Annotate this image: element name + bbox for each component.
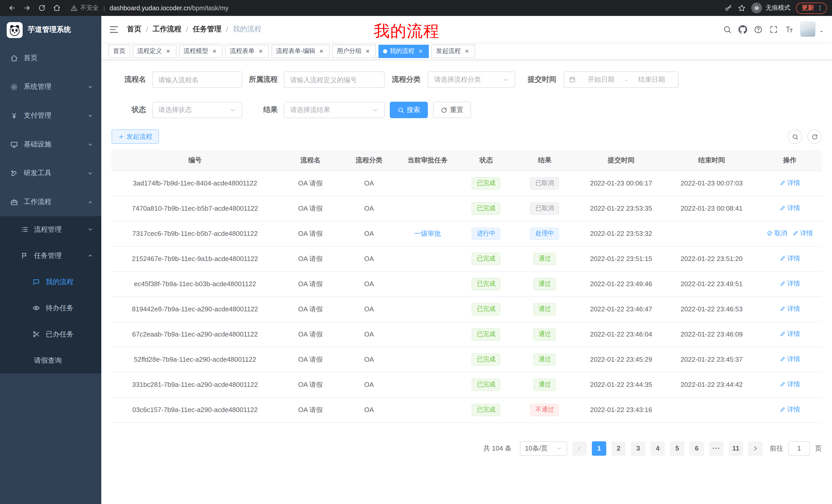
back-button[interactable] bbox=[5, 1, 19, 15]
filter-label-category: 流程分类 bbox=[391, 75, 421, 84]
github-icon[interactable] bbox=[738, 25, 747, 34]
cell-id: 819442e8-7b9a-11ec-a290-acde48001122 bbox=[111, 297, 279, 321]
cell-process-name: OA 请假 bbox=[279, 246, 342, 271]
home-button[interactable] bbox=[50, 1, 63, 15]
search-button[interactable]: 搜索 bbox=[390, 102, 428, 118]
parent-process-input[interactable] bbox=[284, 72, 385, 88]
close-icon[interactable]: × bbox=[257, 48, 264, 55]
chevron-down-icon bbox=[87, 84, 93, 90]
close-icon[interactable]: × bbox=[211, 48, 218, 55]
tab-process-form-edit[interactable]: 流程表单-编辑× bbox=[271, 45, 330, 58]
help-icon[interactable] bbox=[754, 25, 762, 34]
detail-link[interactable]: 详情 bbox=[780, 405, 800, 414]
page-button-11[interactable]: 11 bbox=[729, 441, 743, 455]
tags-view-bar: 首页流程定义×流程模型×流程表单×流程表单-编辑×用户分组×我的流程×发起流程× bbox=[101, 43, 832, 60]
detail-link[interactable]: 详情 bbox=[780, 380, 800, 389]
refresh-table-button[interactable] bbox=[807, 130, 822, 144]
result-select[interactable]: 请选择流结果 bbox=[284, 102, 385, 118]
tab-process-form[interactable]: 流程表单× bbox=[225, 45, 269, 58]
page-button-5[interactable]: 5 bbox=[670, 441, 684, 455]
detail-link[interactable]: 详情 bbox=[780, 254, 800, 263]
search-icon[interactable] bbox=[723, 25, 732, 34]
status-select[interactable]: 请选择状态 bbox=[152, 102, 242, 118]
tab-process-definition[interactable]: 流程定义× bbox=[133, 45, 176, 58]
toggle-search-button[interactable] bbox=[788, 130, 802, 144]
font-size-icon[interactable] bbox=[785, 25, 794, 34]
detail-link[interactable]: 详情 bbox=[780, 355, 800, 364]
close-icon[interactable]: × bbox=[463, 48, 470, 55]
tab-process-model[interactable]: 流程模型× bbox=[179, 45, 223, 58]
detail-link[interactable]: 详情 bbox=[780, 204, 800, 213]
current-task-link[interactable]: 一级审批 bbox=[414, 229, 441, 238]
app-logo[interactable]: 芋道管理系统 bbox=[0, 16, 101, 44]
cell-end-time bbox=[666, 397, 758, 422]
cell-current-task bbox=[396, 246, 460, 271]
filter-label-result: 结果 bbox=[249, 105, 278, 115]
refresh-button[interactable] bbox=[35, 1, 48, 15]
page-button-3[interactable]: 3 bbox=[631, 441, 645, 455]
breadcrumb-item[interactable]: 工作流程 bbox=[153, 25, 182, 34]
close-icon[interactable]: × bbox=[318, 48, 325, 55]
page-button-more[interactable]: ··· bbox=[709, 441, 724, 455]
sidebar-item-workflow[interactable]: 工作流程 bbox=[0, 188, 101, 216]
sidebar-item-dev-tools[interactable]: 研发工具 bbox=[0, 159, 101, 188]
detail-link[interactable]: 详情 bbox=[780, 279, 800, 288]
fullscreen-icon[interactable] bbox=[769, 25, 778, 34]
bookmark-star-icon[interactable] bbox=[738, 4, 746, 12]
breadcrumb-item[interactable]: 首页 bbox=[127, 25, 141, 34]
sidebar-item-payment-management[interactable]: 支付管理 bbox=[0, 101, 101, 130]
cancel-link[interactable]: 取消 bbox=[767, 229, 787, 238]
close-icon[interactable]: × bbox=[364, 48, 371, 55]
tab-user-group[interactable]: 用户分组× bbox=[332, 45, 376, 58]
status-badge: 已完成 bbox=[472, 328, 501, 340]
detail-link[interactable]: 详情 bbox=[780, 305, 800, 313]
sidebar-item-process-management[interactable]: 流程管理 bbox=[0, 216, 101, 243]
page-button-2[interactable]: 2 bbox=[612, 441, 626, 455]
submit-time-range-picker[interactable]: 开始日期 - 结束日期 bbox=[564, 72, 679, 88]
page-button-4[interactable]: 4 bbox=[650, 441, 665, 455]
browser-update-button[interactable]: 更新 bbox=[796, 2, 827, 13]
next-page-button[interactable] bbox=[748, 441, 762, 455]
sidebar-item-my-process[interactable]: 我的流程 bbox=[0, 269, 101, 295]
browser-menu-icon[interactable] bbox=[816, 5, 823, 11]
tab-start-process[interactable]: 发起流程× bbox=[432, 45, 475, 58]
page-button-1[interactable]: 1 bbox=[592, 441, 606, 455]
close-icon[interactable]: × bbox=[417, 48, 424, 55]
detail-link[interactable]: 详情 bbox=[780, 330, 800, 339]
sidebar-item-todo-tasks[interactable]: 待办任务 bbox=[0, 295, 101, 321]
filter-row-2: 状态 请选择状态 结果 请选择流结果 搜索 重置 bbox=[111, 102, 822, 118]
sidebar-item-system-management[interactable]: 系统管理 bbox=[0, 73, 101, 101]
category-select[interactable]: 请选择流程分类 bbox=[428, 72, 515, 88]
update-label: 更新 bbox=[802, 4, 814, 12]
cell-process-name: OA 请假 bbox=[279, 271, 342, 297]
sidebar-item-infrastructure[interactable]: 基础设施 bbox=[0, 130, 101, 159]
sidebar-item-task-management[interactable]: 任务管理 bbox=[0, 243, 101, 269]
reset-button[interactable]: 重置 bbox=[433, 102, 471, 118]
password-key-icon[interactable] bbox=[725, 4, 732, 12]
page-size-select[interactable]: 10条/页 bbox=[520, 441, 567, 455]
tab-home[interactable]: 首页 bbox=[108, 45, 130, 58]
process-name-input[interactable] bbox=[152, 72, 242, 88]
table-row: ec45f38f-7b9a-11ec-b03b-acde48001122OA 请… bbox=[111, 271, 822, 297]
sidebar-item-home[interactable]: 首页 bbox=[0, 44, 101, 73]
table-row: 331bc281-7b9a-11ec-a290-acde48001122OA 请… bbox=[111, 372, 822, 397]
tab-my-process[interactable]: 我的流程× bbox=[379, 45, 429, 58]
chevron-down-icon[interactable] bbox=[818, 29, 824, 34]
sidebar-item-done-tasks[interactable]: 已办任务 bbox=[0, 321, 101, 347]
sidebar: 芋道管理系统 首页系统管理支付管理基础设施研发工具工作流程流程管理任务管理我的流… bbox=[0, 16, 101, 504]
browser-nav-buttons bbox=[5, 1, 63, 15]
detail-link[interactable]: 详情 bbox=[780, 179, 800, 188]
forward-button[interactable] bbox=[20, 1, 33, 15]
goto-page-input[interactable] bbox=[788, 441, 810, 455]
breadcrumb-item[interactable]: 任务管理 bbox=[193, 25, 222, 34]
table-row: 3ad174fb-7b9d-11ec-8404-acde48001122OA 请… bbox=[111, 171, 822, 196]
prev-page-button[interactable] bbox=[572, 441, 587, 455]
page-button-6[interactable]: 6 bbox=[690, 441, 704, 455]
detail-link[interactable]: 详情 bbox=[792, 229, 813, 238]
sidebar-item-leave-query[interactable]: 请假查询 bbox=[0, 347, 101, 373]
avatar[interactable] bbox=[800, 22, 815, 37]
close-icon[interactable]: × bbox=[164, 48, 172, 55]
address-bar[interactable]: 不安全 | dashboard.yudao.iocoder.cn/bpm/tas… bbox=[71, 4, 725, 12]
sidebar-toggle-button[interactable] bbox=[109, 24, 119, 34]
create-process-button[interactable]: 发起流程 bbox=[111, 130, 159, 144]
